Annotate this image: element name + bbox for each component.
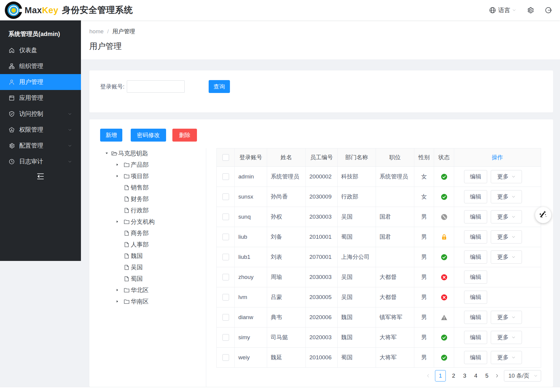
row-checkbox[interactable] xyxy=(222,254,229,260)
tree-node[interactable]: 华南区 xyxy=(100,296,205,307)
tree-node[interactable]: 行政部 xyxy=(100,205,205,216)
file-icon xyxy=(124,230,130,236)
select-all-checkbox[interactable] xyxy=(222,154,229,161)
delete-button[interactable]: 删除 xyxy=(172,129,197,142)
cell-account: simy xyxy=(235,328,267,347)
cell-gender: 男 xyxy=(414,227,434,247)
row-checkbox[interactable] xyxy=(222,294,229,301)
tree-node[interactable]: 魏国 xyxy=(100,250,205,262)
status-active xyxy=(441,173,448,180)
settings-gear-icon[interactable] xyxy=(526,6,534,14)
row-checkbox[interactable] xyxy=(222,314,229,321)
tree-node[interactable]: 人事部 xyxy=(100,239,205,250)
tree-node-label: 人事部 xyxy=(131,241,149,249)
cell-position xyxy=(376,187,414,207)
tree-node-label: 魏国 xyxy=(131,252,143,260)
app-icon xyxy=(8,95,15,101)
caret-right-icon[interactable] xyxy=(115,220,119,223)
caret-down-icon[interactable] xyxy=(105,151,109,155)
language-selector[interactable]: 语言 xyxy=(489,6,516,14)
edit-button[interactable]: 编辑 xyxy=(464,230,487,244)
sidebar-item-dashboard[interactable]: 仪表盘 xyxy=(0,42,81,58)
next-page-button[interactable] xyxy=(495,373,499,378)
prev-page-button[interactable] xyxy=(426,373,430,378)
edit-button[interactable]: 编辑 xyxy=(464,210,487,223)
tree-node-label: 马克思钥匙 xyxy=(118,149,148,157)
chevron-down-icon xyxy=(512,8,516,12)
row-checkbox[interactable] xyxy=(222,173,229,180)
account-input[interactable] xyxy=(127,80,185,93)
caret-right-icon[interactable] xyxy=(115,163,119,166)
status-deleted xyxy=(441,294,448,301)
row-checkbox[interactable] xyxy=(222,234,229,240)
logout-icon[interactable] xyxy=(544,6,552,14)
row-checkbox[interactable] xyxy=(222,354,229,361)
cell-name: 刘表 xyxy=(267,247,306,267)
page-button-3[interactable]: 3 xyxy=(461,373,468,379)
cell-gender: 女 xyxy=(414,187,434,207)
cell-name: 周瑜 xyxy=(267,267,306,287)
tree-node[interactable]: 蜀国 xyxy=(100,273,205,284)
tree-node[interactable]: 财务部 xyxy=(100,193,205,205)
sidebar-item-permissions[interactable]: 权限管理 xyxy=(0,122,81,138)
sidebar-item-access-control[interactable]: 访问控制 xyxy=(0,106,81,122)
edit-button[interactable]: 编辑 xyxy=(464,170,487,183)
row-checkbox[interactable] xyxy=(222,334,229,341)
tree-node[interactable]: 项目部 xyxy=(100,170,205,182)
row-checkbox[interactable] xyxy=(222,193,229,200)
menu-fold-icon[interactable] xyxy=(36,172,45,181)
edit-button[interactable]: 编辑 xyxy=(464,311,487,324)
edit-button[interactable]: 编辑 xyxy=(464,351,487,364)
caret-right-icon[interactable] xyxy=(115,288,119,292)
tree-node-root[interactable]: 马克思钥匙 xyxy=(100,148,205,159)
footer xyxy=(0,387,560,392)
cursor-overlay-badge xyxy=(535,207,551,223)
sidebar-item-organization[interactable]: 组织管理 xyxy=(0,58,81,74)
edit-button[interactable]: 编辑 xyxy=(464,271,487,284)
cell-gender: 男 xyxy=(414,307,434,327)
sidebar-item-configuration[interactable]: 配置管理 xyxy=(0,138,81,154)
sidebar-item-audit-log[interactable]: 日志审计 xyxy=(0,154,81,169)
cell-department: 吴国 xyxy=(338,207,376,227)
caret-right-icon[interactable] xyxy=(115,300,119,303)
chevron-down-icon xyxy=(68,160,72,164)
page-button-4[interactable]: 4 xyxy=(472,373,479,379)
sidebar-item-users[interactable]: 用户管理 xyxy=(0,74,81,90)
breadcrumb-home-link[interactable]: home xyxy=(89,28,104,35)
change-password-button[interactable]: 密码修改 xyxy=(131,129,166,142)
row-checkbox[interactable] xyxy=(222,274,229,280)
query-button[interactable]: 查询 xyxy=(209,80,230,93)
more-button[interactable]: 更多 xyxy=(491,331,522,344)
tree-node[interactable]: 华北区 xyxy=(100,284,205,296)
more-button[interactable]: 更多 xyxy=(491,351,522,364)
tree-node[interactable]: 分支机构 xyxy=(100,216,205,227)
brand-subtitle: 身份安全管理系统 xyxy=(62,4,133,16)
edit-button[interactable]: 编辑 xyxy=(464,331,487,344)
tree-node[interactable]: 吴国 xyxy=(100,262,205,273)
more-button[interactable]: 更多 xyxy=(491,210,522,223)
edit-button[interactable]: 编辑 xyxy=(464,291,487,304)
tree-node-label: 华南区 xyxy=(131,298,149,306)
more-button[interactable]: 更多 xyxy=(491,190,522,203)
more-button[interactable]: 更多 xyxy=(491,230,522,244)
tree-node[interactable]: 产品部 xyxy=(100,159,205,170)
edit-button[interactable]: 编辑 xyxy=(464,190,487,203)
file-icon xyxy=(124,264,130,271)
caret-right-icon[interactable] xyxy=(115,174,119,178)
tree-node[interactable]: 销售部 xyxy=(100,182,205,193)
more-button[interactable]: 更多 xyxy=(491,170,522,183)
more-button[interactable]: 更多 xyxy=(491,250,522,264)
add-button[interactable]: 新增 xyxy=(100,129,122,142)
sidebar-item-applications[interactable]: 应用管理 xyxy=(0,90,81,106)
table-row-simy: simy司马懿2020003魏国大将军男编辑更多 xyxy=(217,328,541,348)
page-button-2[interactable]: 2 xyxy=(450,373,457,379)
page-button-1[interactable]: 1 xyxy=(435,370,446,382)
tree-node[interactable]: 商务部 xyxy=(100,227,205,239)
page-button-5[interactable]: 5 xyxy=(484,373,490,379)
breadcrumb: home / 用户管理 xyxy=(89,28,135,35)
page-size-select[interactable]: 10 条/页 xyxy=(504,370,541,382)
edit-button[interactable]: 编辑 xyxy=(464,250,487,264)
more-button[interactable]: 更多 xyxy=(491,311,522,324)
row-checkbox[interactable] xyxy=(222,214,229,220)
cell-actions: 编辑更多 xyxy=(454,247,541,267)
